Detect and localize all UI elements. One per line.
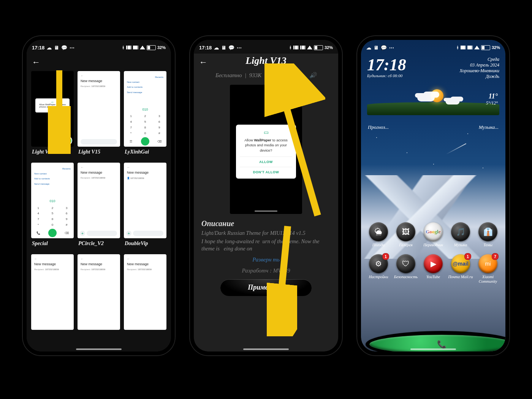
app-icon: 🛡 bbox=[396, 254, 415, 273]
theme-title: Light V13 bbox=[194, 54, 338, 70]
chat-icon: 💬 bbox=[61, 45, 67, 51]
signal-1-icon bbox=[293, 46, 299, 49]
back-button[interactable]: ← bbox=[32, 57, 40, 67]
date-text: 03 Апрель 2024 bbox=[459, 62, 499, 68]
battery-pct: 32% bbox=[325, 45, 333, 50]
signal-1-icon bbox=[461, 46, 466, 49]
app-темы[interactable]: 👔Темы bbox=[475, 222, 501, 251]
notification-badge: 1 bbox=[464, 253, 471, 260]
apply-button[interactable]: Применить bbox=[220, 279, 312, 296]
cloud-icon: ☁ bbox=[214, 45, 219, 51]
app-label: Музыка bbox=[454, 243, 467, 251]
status-bar: ☁ 🖥 💬 ⋯ ᚼ 32% bbox=[361, 40, 505, 54]
phone-2-theme-detail: 17:18 ☁ 🖥 💬 ⋯ ᚼ 32% ← bbox=[190, 36, 342, 355]
app-почта-mail-ru[interactable]: @mail1Почта Mail.ru bbox=[448, 254, 473, 283]
description-heading: Описание bbox=[201, 219, 331, 228]
weather-landscape-widget[interactable]: 11° 5°/12° bbox=[367, 92, 499, 122]
signal-1-icon bbox=[126, 46, 131, 49]
app-галерея[interactable]: 🖼Галерея bbox=[393, 222, 419, 251]
battery-icon bbox=[481, 45, 490, 50]
app-icon: Google bbox=[424, 222, 443, 241]
theme-card-doublevip[interactable]: ← New message 👤 18735218859 + DoubleVip bbox=[124, 163, 166, 250]
app-icon-grid: 🌦Погода🖼ГалереяGoogleПереводчик🎵Музыка👔Т… bbox=[366, 222, 501, 283]
cloud-icon: ☁ bbox=[366, 45, 371, 51]
app-label: Почта Mail.ru bbox=[448, 275, 473, 283]
app-настройки[interactable]: ⚙1Настройки bbox=[366, 254, 391, 283]
bluetooth-icon: ᚼ bbox=[456, 45, 459, 50]
status-bar: 17:18 ☁ 🖥 💬 ⋯ ᚼ 32% bbox=[27, 40, 171, 54]
theme-card-lyxinhgai[interactable]: Recents New contact Add to contacts Send… bbox=[124, 71, 166, 159]
alarm-text: Будильник: сб 08:00 bbox=[367, 73, 406, 78]
folder-icon: ▭ bbox=[240, 129, 292, 135]
signal-2-icon bbox=[467, 46, 473, 49]
signal-2-icon bbox=[133, 46, 138, 49]
status-bar: 17:18 ☁ 🖥 💬 ⋯ ᚼ 32% bbox=[194, 40, 338, 54]
description: Описание Light/Dark Russian Theme for MI… bbox=[194, 219, 338, 253]
app-label: Темы bbox=[483, 243, 492, 251]
signal-2-icon bbox=[300, 46, 306, 49]
wifi-icon bbox=[140, 46, 145, 49]
status-time: 17:18 bbox=[199, 45, 212, 51]
theme-card-light-v15[interactable]: ← New message Recipient: 18735218859 Lig… bbox=[78, 71, 120, 159]
app-погода[interactable]: 🌦Погода bbox=[366, 222, 391, 251]
battery-icon bbox=[314, 45, 323, 50]
app-icon: mi7 bbox=[478, 254, 497, 273]
home-indicator[interactable] bbox=[76, 348, 122, 350]
dialog-allow-button[interactable]: ALLOW bbox=[240, 157, 292, 167]
more-icon: ⋯ bbox=[237, 45, 242, 51]
app-label: Погода bbox=[372, 243, 385, 251]
theme-name: PCircle_V2 bbox=[78, 238, 120, 250]
dock: 📞💬1O2📷✆➤ bbox=[366, 323, 501, 347]
permission-dialog: ▭ Allow WallPaper to access photos and m… bbox=[236, 125, 296, 179]
app-музыка[interactable]: 🎵Музыка bbox=[448, 222, 473, 251]
theme-card-pcircle-v2[interactable]: ← New message Recipient: 18735218859 + P… bbox=[78, 163, 120, 250]
theme-preview[interactable]: ▭ Allow WallPaper to access photos and m… bbox=[230, 85, 302, 214]
app-xiaomi-community[interactable]: mi7Xiaomi Community bbox=[475, 254, 501, 283]
theme-card-extra-1[interactable]: ← New message Recipient: 18735218859 bbox=[31, 254, 74, 330]
chat-icon: 💬 bbox=[381, 45, 387, 51]
music-link[interactable]: Музыка... bbox=[479, 124, 499, 130]
mini-dialog-text: Allow WallPaper to access photos and med… bbox=[38, 103, 67, 110]
bluetooth-icon: ᚼ bbox=[289, 45, 292, 50]
dialog-deny-button[interactable]: DON'T ALLOW bbox=[240, 167, 292, 177]
screen-icon: 🖥 bbox=[54, 45, 59, 51]
home-indicator[interactable] bbox=[410, 348, 456, 350]
battery-pct: 32% bbox=[492, 45, 500, 50]
battery-icon bbox=[147, 45, 156, 50]
condition-text: Дождь bbox=[459, 74, 499, 79]
dialog-text: Allow WallPaper to access photos and med… bbox=[240, 138, 292, 153]
screen-icon: 🖥 bbox=[374, 45, 378, 51]
screen-icon: 🖥 bbox=[221, 45, 226, 51]
home-indicator[interactable] bbox=[243, 348, 289, 350]
theme-card-light-v13[interactable]: ▭ Allow WallPaper to access photos and m… bbox=[31, 71, 74, 159]
status-time: 17:18 bbox=[32, 45, 44, 51]
forecast-link[interactable]: Прогноз... bbox=[368, 124, 389, 130]
wifi-icon bbox=[474, 46, 480, 49]
back-button[interactable]: ← bbox=[199, 57, 207, 67]
theme-card-special[interactable]: Recents New contact Add to contacts Send… bbox=[31, 163, 74, 250]
more-icon: ⋯ bbox=[70, 45, 74, 51]
app-переводчик[interactable]: GoogleПереводчик bbox=[420, 222, 446, 251]
cloud-icon bbox=[445, 98, 459, 104]
sound-icon: 🔊 bbox=[309, 72, 317, 78]
clock-weather-widget[interactable]: 17:18 Будильник: сб 08:00 Среда 03 Апрел… bbox=[367, 57, 499, 79]
app-youtube[interactable]: ▶YouTube bbox=[420, 254, 446, 283]
day-text: Среда bbox=[459, 57, 499, 62]
screen-2: 17:18 ☁ 🖥 💬 ⋯ ᚼ 32% ← bbox=[194, 40, 338, 352]
screen-3: ☁ 🖥 💬 ⋯ ᚼ 32% bbox=[361, 40, 505, 352]
phone-3-home: ☁ 🖥 💬 ⋯ ᚼ 32% bbox=[357, 36, 509, 355]
wifi-icon bbox=[307, 46, 312, 49]
theme-card-extra-2[interactable]: ← New message Recipient: 18735218859 bbox=[78, 254, 120, 330]
temp-range: 5°/12° bbox=[486, 100, 498, 106]
screen-1: 17:18 ☁ 🖥 💬 ⋯ ᚼ 32% ← bbox=[27, 40, 171, 352]
app-безопасность[interactable]: 🛡Безопасность bbox=[393, 254, 419, 283]
clock-time: 17:18 bbox=[367, 57, 406, 73]
theme-name: LyXinhGai bbox=[124, 147, 166, 159]
theme-card-extra-3[interactable]: ← New message Recipient: 18735218859 bbox=[124, 254, 166, 330]
expand-link[interactable]: Разверн ть bbox=[194, 253, 338, 265]
theme-name: DoubleVip bbox=[124, 238, 166, 250]
app-icon: 🎵 bbox=[451, 222, 470, 241]
app-label: YouTube bbox=[426, 275, 440, 283]
bluetooth-icon: ᚼ bbox=[122, 45, 125, 50]
cloud-icon bbox=[417, 94, 435, 101]
